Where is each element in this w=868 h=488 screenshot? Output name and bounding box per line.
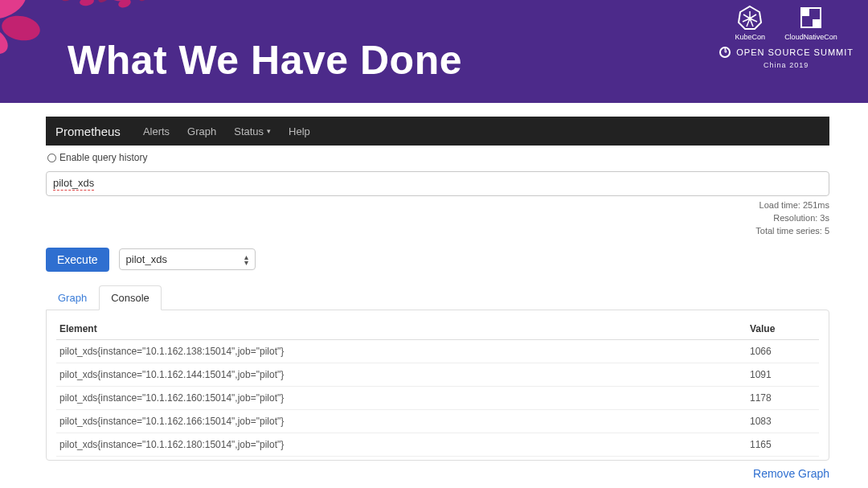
svg-point-4 [79,0,94,6]
prometheus-navbar: Prometheus Alerts Graph Status ▾ Help [46,117,829,146]
svg-point-1 [0,13,42,43]
kubecon-logo: KubeCon [735,5,766,41]
col-element: Element [56,318,747,340]
cnc-label: CloudNativeCon [784,33,837,41]
metric-select[interactable]: pilot_xds ▴▾ [119,248,256,270]
cell-value: 1165 [747,433,819,456]
china-label: China 2019 [764,61,809,69]
caret-down-icon: ▾ [267,127,271,135]
results-table: Element Value pilot_xds{instance="10.1.1… [56,318,819,457]
query-text: pilot_xds [53,177,94,191]
cell-element: pilot_xds{instance="10.1.162.144:15014",… [56,363,747,386]
slide-title: What We Have Done [68,37,462,84]
stat-load: Load time: 251ms [46,199,829,212]
cell-element: pilot_xds{instance="10.1.162.180:15014",… [56,433,747,456]
cell-element: pilot_xds{instance="10.1.162.160:15014",… [56,386,747,409]
stat-resolution: Resolution: 3s [46,212,829,225]
table-row: pilot_xds{instance="10.1.162.180:15014",… [56,433,819,456]
table-row: pilot_xds{instance="10.1.162.144:15014",… [56,363,819,386]
conference-logos: KubeCon CloudNativeCon OPEN SOURCE SUMMI… [719,5,854,69]
svg-point-3 [59,0,77,3]
cnc-icon [798,5,824,31]
radio-icon [47,154,56,162]
table-row: pilot_xds{instance="10.1.162.160:15014",… [56,386,819,409]
remove-graph-link[interactable]: Remove Graph [753,467,829,480]
query-input[interactable]: pilot_xds [46,171,829,196]
console-pane: Element Value pilot_xds{instance="10.1.1… [46,310,829,461]
execute-button[interactable]: Execute [46,248,109,272]
svg-rect-18 [801,8,809,16]
nav-graph[interactable]: Graph [187,125,216,137]
enable-history-toggle[interactable]: Enable query history [46,146,829,171]
nav-status[interactable]: Status ▾ [234,125,271,137]
nav-help[interactable]: Help [289,125,310,137]
kubernetes-icon [737,5,763,31]
svg-line-11 [750,14,756,18]
svg-point-5 [96,0,113,5]
kubecon-label: KubeCon [735,33,766,41]
remove-graph-row: Remove Graph [46,467,829,480]
tab-console[interactable]: Console [99,285,162,310]
svg-point-7 [137,0,153,3]
oss-label: OPEN SOURCE SUMMIT [736,47,854,57]
brand[interactable]: Prometheus [55,125,121,138]
oss-logo: OPEN SOURCE SUMMIT [719,46,854,59]
svg-rect-19 [813,19,821,27]
cell-value: 1083 [747,409,819,433]
slide-header: What We Have Done KubeCon [0,0,868,103]
table-row: pilot_xds{instance="10.1.162.138:15014",… [56,339,819,363]
svg-line-16 [743,14,750,18]
cell-value: 1178 [747,386,819,409]
nav-alerts[interactable]: Alerts [143,125,170,137]
oss-icon [719,46,731,59]
cloudnativecon-logo: CloudNativeCon [784,5,837,41]
select-value: pilot_xds [126,253,167,265]
query-stats: Load time: 251ms Resolution: 3s Total ti… [46,199,829,238]
select-stepper-icon: ▴▾ [244,254,248,265]
stat-series: Total time series: 5 [46,225,829,238]
cell-element: pilot_xds{instance="10.1.162.166:15014",… [56,409,747,433]
prometheus-panel: Prometheus Alerts Graph Status ▾ Help En… [46,117,829,488]
svg-point-6 [117,0,132,9]
table-row: pilot_xds{instance="10.1.162.166:15014",… [56,409,819,433]
cell-element: pilot_xds{instance="10.1.162.138:15014",… [56,339,747,363]
result-tabs: Graph Console [46,285,829,310]
cell-value: 1091 [747,363,819,386]
col-value: Value [747,318,819,340]
tab-graph[interactable]: Graph [46,285,99,310]
cell-value: 1066 [747,339,819,363]
nav-status-label: Status [234,125,264,137]
enable-history-label: Enable query history [59,152,147,163]
